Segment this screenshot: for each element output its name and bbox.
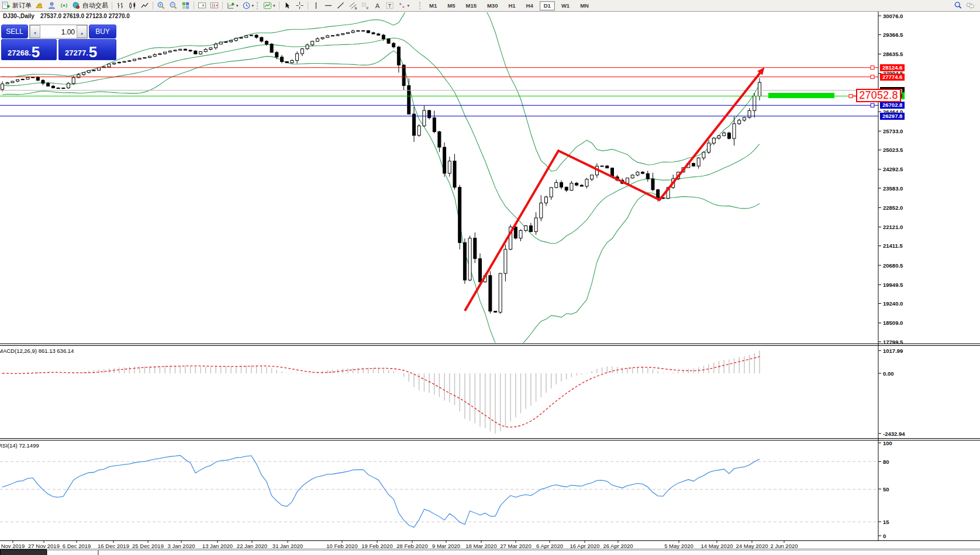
price-tick-label: 22121.0 <box>883 224 903 230</box>
dropdown-arrow-icon: ▾ <box>236 4 239 8</box>
sell-button[interactable]: SELL <box>1 25 28 39</box>
chat-bubbles-icon <box>966 1 975 10</box>
zoom-in-button[interactable] <box>155 1 167 11</box>
price-tick-label: 25023.5 <box>883 147 903 153</box>
date-tick-label: 22 Jan 2020 <box>237 543 267 549</box>
chart-tab-active[interactable] <box>0 549 47 555</box>
volume-increase-button[interactable]: ▲ <box>77 25 87 38</box>
template-menu-button[interactable]: ▾ <box>261 1 277 11</box>
rsi-scale-label: 100 <box>883 440 892 446</box>
date-tick-label: 19 Feb 2020 <box>361 543 392 549</box>
text-label-tool-button[interactable]: T <box>384 1 396 11</box>
horizontal-line-tool-button[interactable] <box>322 1 334 11</box>
community-chat-button[interactable] <box>964 1 976 11</box>
channel-icon: E <box>348 1 357 10</box>
bar-chart-mode-button[interactable] <box>114 1 126 11</box>
date-tick-label: 6 Dec 2019 <box>63 543 91 549</box>
chart-shift-button[interactable] <box>208 1 220 11</box>
crosshair-icon <box>295 1 304 10</box>
chart-tab[interactable] <box>47 550 98 555</box>
mt4-terminal-window: 新订单 自动交易 <box>0 0 980 555</box>
equidistant-channel-tool-button[interactable]: E <box>347 1 359 11</box>
zoom-out-button[interactable] <box>167 1 180 11</box>
price-tick-label: 21411.5 <box>883 242 903 249</box>
price-tick-label: 25733.0 <box>883 128 903 134</box>
rsi-scale-label: 50 <box>883 486 889 492</box>
date-tick-label: 14 May 2020 <box>701 543 733 549</box>
timeframe-m30[interactable]: M30 <box>483 1 502 11</box>
price-level-badge[interactable]: 26702.8 <box>880 102 905 109</box>
cursor-arrow-icon <box>283 1 292 10</box>
timeframe-w1[interactable]: W1 <box>557 1 574 11</box>
timeframe-mn[interactable]: MN <box>576 1 593 11</box>
signals-button[interactable] <box>58 1 70 11</box>
date-tick-label: 16 Apr 2020 <box>570 543 599 549</box>
crosshair-tool-button[interactable] <box>294 1 306 11</box>
date-tick-label: 27 Nov 2019 <box>28 543 60 549</box>
price-tick-label: 19949.5 <box>883 282 903 288</box>
price-tick-label: 18509.0 <box>883 320 903 326</box>
new-order-button[interactable]: 新订单 <box>0 1 33 11</box>
timeframe-toolbar: M1M5M15M30H1H4D1W1MN <box>424 1 594 11</box>
buy-button[interactable]: BUY <box>89 25 116 39</box>
autotrading-button[interactable]: 自动交易 <box>70 1 110 11</box>
chart-canvas[interactable] <box>0 0 980 555</box>
line-chart-icon <box>140 1 149 10</box>
chart-shift-icon <box>210 1 219 10</box>
price-level-badge[interactable]: 27774.6 <box>880 74 905 81</box>
buy-price-display[interactable]: 27277.5 <box>58 39 116 60</box>
date-tick-label: 5 May 2020 <box>664 543 693 549</box>
text-a-icon: A <box>373 1 382 10</box>
date-tick-label: 24 May 2020 <box>736 543 768 549</box>
timeframe-h1[interactable]: H1 <box>504 1 519 11</box>
volume-spinner: ▼ ▲ <box>29 25 88 39</box>
fibonacci-tool-button[interactable]: F <box>359 1 371 11</box>
main-pane <box>0 0 878 348</box>
volume-decrease-button[interactable]: ▼ <box>30 25 40 38</box>
timeframe-d1[interactable]: D1 <box>540 1 555 11</box>
rsi-scale-label: 15 <box>883 519 889 525</box>
date-tick-label: 10 Feb 2020 <box>326 543 357 549</box>
price-level-badge[interactable]: 26297.8 <box>880 113 905 120</box>
price-tick-label: 20680.5 <box>883 262 903 269</box>
dropdown-arrow-icon: ▾ <box>252 4 254 8</box>
arrows-tool-button[interactable]: ▾ <box>396 1 412 11</box>
clock-icon <box>242 1 251 10</box>
bar-chart-icon <box>116 1 125 10</box>
volume-input[interactable] <box>40 25 77 38</box>
timeframe-h4[interactable]: H4 <box>522 1 537 11</box>
text-tool-button[interactable]: A <box>371 1 384 11</box>
trendline-tool-button[interactable] <box>334 1 347 11</box>
price-level-badge[interactable]: 28124.6 <box>880 64 905 71</box>
date-tick-label: 18 Mar 2020 <box>465 543 496 549</box>
period-menu-button[interactable]: ▾ <box>240 1 256 11</box>
date-tick-label: 26 Apr 2020 <box>603 543 633 549</box>
auto-scroll-button[interactable] <box>196 1 208 11</box>
sell-price-display[interactable]: 27268.5 <box>1 39 57 60</box>
line-chart-mode-button[interactable] <box>139 1 151 11</box>
search-button[interactable] <box>952 1 964 11</box>
autotrading-label: 自动交易 <box>82 1 108 10</box>
horizontal-line-icon <box>324 1 333 10</box>
profile-button[interactable] <box>46 1 58 11</box>
price-annotation-label[interactable]: 27052.8 <box>856 89 901 102</box>
market-watch-button[interactable] <box>33 1 46 11</box>
chart-tab-wide[interactable] <box>98 550 980 555</box>
macd-indicator-label: MACD(12,26,9) 861.13 636.14 <box>0 348 74 354</box>
price-tick-label: 30076.0 <box>883 13 903 19</box>
date-tick-label: 13 Jan 2020 <box>202 543 233 549</box>
vertical-line-icon <box>312 1 320 10</box>
macd-scale-label: 1017.99 <box>883 348 903 354</box>
timeframe-m15[interactable]: M15 <box>461 1 480 11</box>
indicators-menu-button[interactable]: ▾ <box>225 1 240 11</box>
cursor-tool-button[interactable] <box>281 1 294 11</box>
candle-chart-mode-button[interactable] <box>126 1 139 11</box>
svg-text:F: F <box>366 6 368 10</box>
price-tick-label: 28635.5 <box>883 51 903 57</box>
timeframe-m5[interactable]: M5 <box>443 1 459 11</box>
timeframe-m1[interactable]: M1 <box>425 1 441 11</box>
signal-icon <box>60 1 68 10</box>
rsi-pane <box>0 456 878 528</box>
vertical-line-tool-button[interactable] <box>310 1 322 11</box>
tile-windows-button[interactable] <box>180 1 192 11</box>
